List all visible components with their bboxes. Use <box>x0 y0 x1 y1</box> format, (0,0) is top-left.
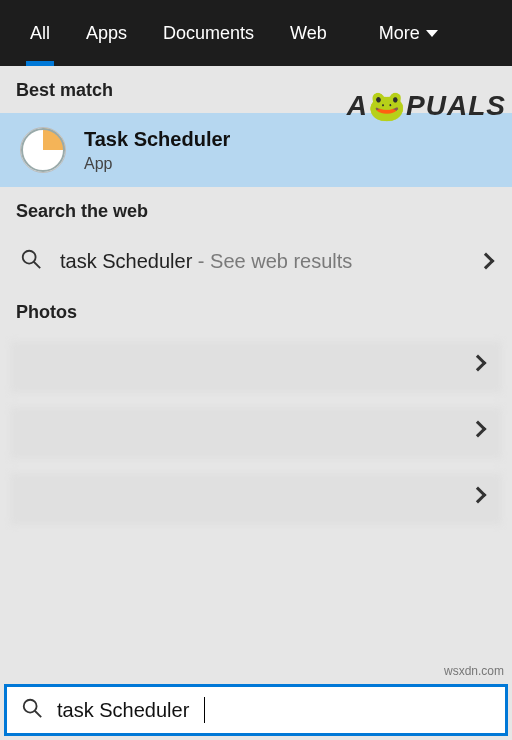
chevron-down-icon <box>426 30 438 37</box>
search-input[interactable]: task Scheduler <box>4 684 508 736</box>
web-result-query: task Scheduler <box>60 250 192 272</box>
text-cursor <box>204 697 205 723</box>
web-result-text: task Scheduler - See web results <box>60 250 462 273</box>
photos-results <box>0 335 512 535</box>
section-search-web: Search the web <box>0 187 512 234</box>
svg-line-1 <box>34 262 40 268</box>
image-credit: wsxdn.com <box>444 664 504 678</box>
tab-documents-label: Documents <box>163 23 254 44</box>
tab-web[interactable]: Web <box>272 0 345 66</box>
tab-all[interactable]: All <box>12 0 68 66</box>
tab-active-indicator <box>26 61 54 66</box>
search-input-value: task Scheduler <box>57 699 189 722</box>
tab-more[interactable]: More <box>361 0 456 66</box>
tab-apps-label: Apps <box>86 23 127 44</box>
filter-tabs: All Apps Documents Web More <box>0 0 512 66</box>
chevron-right-icon <box>478 253 495 270</box>
tab-documents[interactable]: Documents <box>145 0 272 66</box>
tab-more-label: More <box>379 23 420 44</box>
tab-all-label: All <box>30 23 50 44</box>
best-match-result[interactable]: Task Scheduler App <box>0 113 512 187</box>
svg-line-3 <box>35 711 41 717</box>
task-scheduler-icon <box>20 127 66 173</box>
search-icon <box>21 697 43 723</box>
best-match-title: Task Scheduler <box>84 128 230 151</box>
web-result-row[interactable]: task Scheduler - See web results <box>0 234 512 288</box>
best-match-text: Task Scheduler App <box>84 128 230 173</box>
section-photos: Photos <box>0 288 512 335</box>
svg-point-2 <box>24 700 37 713</box>
search-icon <box>20 248 42 274</box>
web-result-hint: - See web results <box>192 250 352 272</box>
svg-point-0 <box>23 251 36 264</box>
tab-web-label: Web <box>290 23 327 44</box>
tab-apps[interactable]: Apps <box>68 0 145 66</box>
best-match-subtitle: App <box>84 155 230 173</box>
section-best-match: Best match <box>0 66 512 113</box>
